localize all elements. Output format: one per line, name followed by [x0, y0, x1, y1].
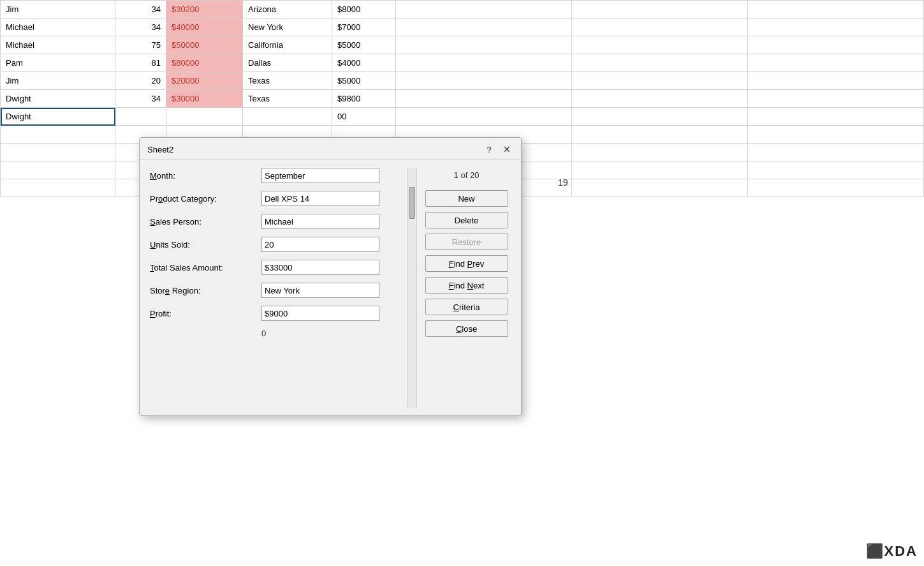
cell-region[interactable]: Dallas — [243, 54, 332, 72]
cell-profit[interactable]: 00 — [332, 108, 396, 126]
cell-amount[interactable]: $20000 — [166, 72, 243, 90]
month-row: Month: — [150, 168, 402, 183]
cell-profit[interactable]: $4000 — [332, 54, 396, 72]
table-row: Dwight 00 — [1, 108, 924, 126]
table-row: Jim 20 $20000 Texas $5000 — [1, 72, 924, 90]
close-button[interactable]: Close — [425, 320, 508, 337]
cell-name[interactable]: Jim — [1, 72, 115, 90]
record-count: 1 of 20 — [422, 170, 511, 180]
cell-name[interactable]: Pam — [1, 54, 115, 72]
cell-region[interactable]: California — [243, 36, 332, 54]
table-row: Michael 75 $50000 California $5000 — [1, 36, 924, 54]
table-row: Dwight 34 $30000 Texas $9800 — [1, 90, 924, 108]
total-row: Total Sales Amount: — [150, 260, 402, 275]
dialog-scrollbar[interactable] — [407, 168, 417, 408]
cell-amount[interactable] — [166, 108, 243, 126]
xda-watermark: ⬛XDA — [866, 543, 918, 560]
cell-name[interactable]: Jim — [1, 1, 115, 19]
units-input[interactable] — [261, 237, 379, 252]
table-row: Michael 34 $40000 New York $7000 — [1, 19, 924, 36]
cell-name[interactable]: Michael — [1, 19, 115, 36]
cell-profit[interactable]: $8000 — [332, 1, 396, 19]
cell-amount[interactable]: $80000 — [166, 54, 243, 72]
delete-button[interactable]: Delete — [425, 212, 508, 228]
units-label: Units Sold: — [150, 240, 261, 249]
product-label: Product Category: — [150, 194, 261, 204]
cell-region[interactable]: Texas — [243, 90, 332, 108]
region-row: Store Region: — [150, 283, 402, 298]
month-input[interactable] — [261, 168, 379, 183]
cell-num[interactable]: 20 — [115, 72, 166, 90]
cell-amount[interactable]: $30000 — [166, 90, 243, 108]
cell-profit[interactable]: $5000 — [332, 72, 396, 90]
cell-num[interactable]: 34 — [115, 19, 166, 36]
cell-region[interactable]: Texas — [243, 72, 332, 90]
cell-amount[interactable]: $50000 — [166, 36, 243, 54]
sales-row: Sales Person: — [150, 214, 402, 229]
month-label: Month: — [150, 171, 261, 181]
scrollbar-thumb[interactable] — [409, 187, 415, 219]
criteria-button[interactable]: Criteria — [425, 299, 508, 315]
close-x-button[interactable]: ✕ — [501, 143, 513, 156]
cell-profit[interactable]: $9800 — [332, 90, 396, 108]
total-label: Total Sales Amount: — [150, 263, 261, 272]
restore-button[interactable]: Restore — [425, 234, 508, 250]
product-row: Product Category: — [150, 191, 402, 206]
table-row: Pam 81 $80000 Dallas $4000 — [1, 54, 924, 72]
row-19-number: 19 — [558, 177, 568, 188]
product-input[interactable] — [261, 191, 379, 206]
units-row: Units Sold: — [150, 237, 402, 252]
find-prev-button[interactable]: Find Prev — [425, 255, 508, 272]
dialog-title: Sheet2 — [147, 145, 173, 154]
cell-num[interactable]: 34 — [115, 1, 166, 19]
sales-input[interactable] — [261, 214, 379, 229]
cell-amount[interactable]: $40000 — [166, 19, 243, 36]
cell-profit[interactable]: $7000 — [332, 19, 396, 36]
profit-input[interactable] — [261, 306, 379, 321]
total-input[interactable] — [261, 260, 379, 275]
new-button[interactable]: New — [425, 190, 508, 207]
find-next-button[interactable]: Find Next — [425, 277, 508, 294]
cell-num[interactable] — [115, 108, 166, 126]
cell-name[interactable]: Michael — [1, 36, 115, 54]
region-input[interactable] — [261, 283, 379, 298]
dialog-titlebar: Sheet2 ? ✕ — [140, 138, 521, 160]
cell-amount[interactable]: $30200 — [166, 1, 243, 19]
data-form-dialog[interactable]: Sheet2 ? ✕ Month: Product Category: Sale… — [139, 137, 522, 416]
cell-region[interactable]: Arizona — [243, 1, 332, 19]
sales-label: Sales Person: — [150, 217, 261, 227]
dialog-body: Month: Product Category: Sales Person: U… — [140, 160, 521, 415]
cell-num[interactable]: 81 — [115, 54, 166, 72]
cell-num[interactable]: 75 — [115, 36, 166, 54]
cell-name[interactable]: Dwight — [1, 90, 115, 108]
cell-region[interactable] — [243, 108, 332, 126]
cell-num[interactable]: 34 — [115, 90, 166, 108]
form-counter: 0 — [150, 329, 402, 338]
profit-row: Profit: — [150, 306, 402, 321]
help-button[interactable]: ? — [483, 143, 495, 156]
cell-name[interactable]: Dwight — [1, 108, 115, 126]
dialog-form: Month: Product Category: Sales Person: U… — [140, 168, 402, 408]
region-label: Store Region: — [150, 286, 261, 295]
profit-label: Profit: — [150, 309, 261, 318]
dialog-buttons-panel: 1 of 20 New Delete Restore Find Prev Fin… — [422, 168, 521, 408]
cell-profit[interactable]: $5000 — [332, 36, 396, 54]
cell-region[interactable]: New York — [243, 19, 332, 36]
table-row: Jim 34 $30200 Arizona $8000 — [1, 1, 924, 19]
titlebar-controls: ? ✕ — [483, 143, 513, 156]
